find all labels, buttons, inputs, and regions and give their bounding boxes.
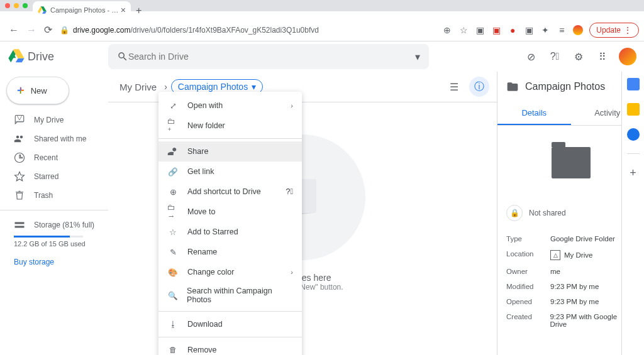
forward-icon: → [23, 25, 40, 36]
menu-remove[interactable]: 🗑 Remove [158, 340, 302, 355]
storage-used-text: 12.2 GB of 15 GB used [14, 240, 108, 248]
ext-icon-1[interactable]: ⊕ [442, 25, 452, 35]
help-icon[interactable]: ?⃝ [547, 49, 562, 64]
recent-icon [14, 152, 25, 163]
trash-icon: 🗑 [167, 344, 179, 355]
search-box[interactable]: ▾ [108, 44, 429, 69]
storage-bar [14, 236, 83, 238]
breadcrumb-root[interactable]: My Drive [116, 79, 160, 95]
sidebar-item-starred[interactable]: Starred [0, 167, 108, 186]
meta-modified: Modified 9:23 PM by me [506, 279, 635, 294]
side-rail: + [621, 72, 644, 355]
ext-icon-2[interactable]: ▣ [475, 25, 485, 35]
meta-type: Type Google Drive Folder [506, 231, 635, 246]
menu-add-shortcut[interactable]: ⊕ Add shortcut to Drive ?⃝ [158, 182, 302, 202]
search-icon [117, 51, 128, 62]
sidebar-item-trash[interactable]: Trash [0, 186, 108, 205]
drive-header: Drive ▾ ⊘ ?⃝ ⚙ ⠿ [0, 41, 644, 72]
buy-storage-link[interactable]: Buy storage [14, 258, 108, 266]
mac-close-icon[interactable] [5, 3, 10, 8]
share-icon [167, 146, 179, 157]
tab-title: Campaign Photos - Google Dri [50, 6, 121, 14]
lock-icon: 🔒 [506, 205, 523, 221]
help-icon[interactable]: ?⃝ [286, 187, 293, 196]
sidebar: + New My Drive Shared with me Recent Sta… [0, 72, 108, 355]
chevron-right-icon: › [291, 102, 293, 109]
menu-move-to[interactable]: 🗀→ Move to [158, 202, 302, 222]
mac-minimize-icon[interactable] [14, 3, 19, 8]
drive-small-icon: △ [550, 250, 560, 260]
apps-grid-icon[interactable]: ⠿ [595, 49, 610, 64]
context-menu: ⤢ Open with › 🗀⁺ New folder Share 🔗 Get … [158, 92, 302, 355]
chevron-right-icon: › [291, 268, 293, 276]
menu-download[interactable]: ⭳ Download [158, 314, 302, 334]
keep-addon-icon[interactable] [627, 103, 640, 116]
drive-logo[interactable]: Drive [8, 48, 108, 65]
extensions-icon[interactable]: ✦ [540, 25, 550, 35]
url-text[interactable]: drive.google.com/drive/u/0/folders/1r4fo… [73, 26, 442, 35]
search-options-icon[interactable]: ▾ [415, 51, 420, 63]
search-input[interactable] [128, 52, 415, 62]
meta-location: Location △My Drive [506, 246, 635, 264]
storage-icon [14, 219, 25, 231]
mac-zoom-icon[interactable] [23, 3, 28, 8]
browser-tab[interactable]: Campaign Photos - Google Dri × [33, 1, 131, 19]
link-icon: 🔗 [167, 166, 179, 177]
ext-icon-3[interactable]: ▣ [491, 25, 501, 35]
sidebar-item-shared[interactable]: Shared with me [0, 129, 108, 148]
menu-search-within[interactable]: 🔍 Search within Campaign Photos [158, 282, 302, 309]
meta-opened: Opened 9:23 PM by me [506, 294, 635, 309]
open-with-icon: ⤢ [167, 100, 179, 111]
star-icon[interactable]: ☆ [458, 25, 469, 35]
main-area: My Drive › Campaign Photos ▾ ☰ ⓘ Drop fi… [108, 72, 497, 355]
account-avatar[interactable] [619, 48, 636, 65]
menu-get-link[interactable]: 🔗 Get link [158, 161, 302, 182]
update-button[interactable]: Update⋮ [589, 23, 639, 38]
calendar-addon-icon[interactable] [627, 78, 640, 90]
mydrive-icon [14, 114, 25, 126]
menu-new-folder[interactable]: 🗀⁺ New folder [158, 116, 302, 136]
info-icon[interactable]: ⓘ [469, 77, 489, 97]
settings-gear-icon[interactable]: ⚙ [571, 49, 586, 64]
new-tab-icon[interactable]: + [136, 5, 142, 16]
folder-large-icon [552, 147, 591, 178]
tasks-addon-icon[interactable] [627, 128, 640, 141]
shortcut-icon: ⊕ [167, 186, 179, 197]
url-bar: ← → ⟳ 🔒 drive.google.com/drive/u/0/folde… [0, 19, 644, 41]
shared-icon [14, 133, 25, 145]
rename-icon: ✎ [167, 246, 179, 258]
sidebar-item-mydrive[interactable]: My Drive [0, 111, 108, 129]
ready-offline-icon[interactable]: ⊘ [523, 49, 538, 64]
menu-open-with[interactable]: ⤢ Open with › [158, 96, 302, 116]
back-icon[interactable]: ← [5, 25, 23, 36]
trash-icon [14, 190, 25, 201]
menu-rename[interactable]: ✎ Rename [158, 242, 302, 262]
plus-icon: + [17, 84, 25, 98]
drive-favicon-icon [38, 6, 47, 14]
abp-icon[interactable]: ● [508, 25, 518, 35]
sidebar-item-recent[interactable]: Recent [0, 148, 108, 167]
star-icon: ☆ [167, 226, 179, 238]
new-button[interactable]: + New [6, 77, 69, 104]
product-name: Drive [28, 50, 54, 63]
ext-icon-4[interactable]: ▣ [524, 25, 534, 35]
list-view-icon[interactable]: ☰ [448, 80, 460, 93]
search-icon: 🔍 [167, 290, 178, 301]
tab-details[interactable]: Details [497, 102, 571, 125]
meta-owner: Owner me [506, 264, 635, 279]
sidebar-item-storage[interactable]: Storage (81% full) [14, 219, 108, 231]
add-addon-icon[interactable]: + [630, 167, 636, 180]
starred-icon [14, 171, 25, 182]
details-title: Campaign Photos [525, 81, 621, 92]
lock-icon[interactable]: 🔒 [60, 26, 69, 35]
meta-created: Created 9:23 PM with Google Drive [506, 309, 635, 332]
reload-icon[interactable]: ⟳ [40, 24, 56, 36]
profile-avatar-icon[interactable] [573, 25, 583, 35]
menu-change-color[interactable]: 🎨 Change color › [158, 262, 302, 282]
menu-add-starred[interactable]: ☆ Add to Starred [158, 222, 302, 242]
menu-share[interactable]: Share [158, 141, 302, 161]
palette-icon: 🎨 [167, 266, 179, 278]
ext-icon-5[interactable]: ≡ [557, 25, 567, 35]
drive-logo-icon [8, 48, 25, 65]
tab-close-icon[interactable]: × [121, 5, 126, 15]
